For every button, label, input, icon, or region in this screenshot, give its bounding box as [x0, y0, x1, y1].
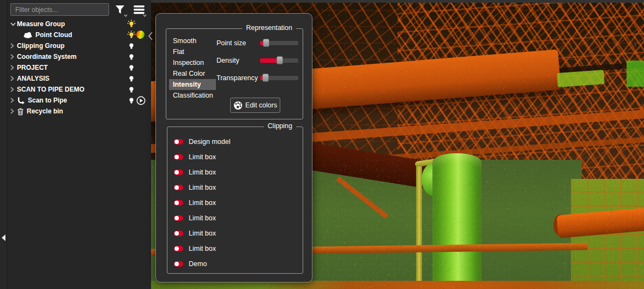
tree-item-coordinate-system[interactable]: Coordinate System [8, 51, 151, 62]
transparency-label: Transparency [216, 74, 258, 82]
chevron-collapsed-icon[interactable] [10, 98, 17, 103]
tree-item-point-cloud[interactable]: Point Cloud [8, 29, 151, 40]
limit-box-toggle[interactable] [174, 215, 183, 221]
chevron-collapsed-icon[interactable] [10, 109, 17, 114]
clip-label: Limit box [189, 245, 216, 252]
clip-label: Limit box [189, 153, 216, 161]
tree-item-analysis[interactable]: ANALYSIS [8, 73, 151, 84]
tree-item-scan-to-pipe[interactable]: Scan to Pipe [8, 95, 151, 106]
clip-row-limit-box: Limit box [174, 243, 216, 254]
cloud-icon [23, 32, 33, 38]
tree-item-label: Recycle bin [27, 107, 63, 115]
point-cloud-green-patch [627, 61, 644, 87]
tree-item-label: Point Cloud [35, 31, 72, 39]
density-slider-row: Density [216, 55, 298, 66]
tree-item-recycle-bin[interactable]: Recycle bin [8, 106, 151, 117]
filter-objects-input[interactable] [10, 3, 109, 16]
slider-fill [260, 58, 279, 63]
visibility-bulb-icon[interactable] [127, 52, 136, 63]
tree-item-label: Coordinate System [17, 53, 76, 61]
chevron-collapsed-icon[interactable] [10, 54, 17, 59]
visibility-bulb-icon[interactable] [127, 74, 136, 85]
slider-knob[interactable] [262, 74, 269, 82]
chevron-collapsed-icon[interactable] [10, 43, 17, 49]
visibility-bulb-on-icon[interactable] [127, 20, 136, 30]
limit-box-toggle[interactable] [174, 185, 183, 190]
clip-label: Limit box [189, 230, 216, 237]
point-size-slider-row: Point size [216, 38, 298, 49]
edit-colors-label: Edit colors [245, 101, 277, 109]
demo-toggle[interactable] [174, 261, 183, 267]
color-mode-swatch-icon[interactable] [136, 31, 145, 39]
mode-flat[interactable]: Flat [169, 46, 219, 57]
object-tree: Measure Group Point Cloud [8, 19, 151, 117]
trash-icon [17, 107, 24, 116]
collapse-sidebar-chevron-icon[interactable] [148, 32, 153, 43]
visibility-bulb-icon[interactable] [127, 85, 136, 95]
mode-intensity[interactable]: Intensity [169, 79, 216, 90]
tree-item-clipping-group[interactable]: Clipping Group [8, 40, 151, 51]
visibility-bulb-on-icon[interactable] [127, 31, 136, 41]
representation-title: Representation [242, 24, 296, 32]
tree-item-label: PROJECT [17, 64, 48, 71]
clip-label: Limit box [189, 214, 216, 222]
hamburger-icon [133, 4, 145, 15]
display-settings-panel: Representation Smooth Flat Inspection Re… [155, 13, 312, 282]
representation-groupbox: Representation Smooth Flat Inspection Re… [166, 28, 303, 119]
collapse-left-arrow-icon[interactable] [2, 234, 5, 241]
object-tree-sidebar: Measure Group Point Cloud [8, 0, 151, 289]
mode-inspection[interactable]: Inspection [169, 57, 219, 68]
clip-row-limit-box: Limit box [174, 152, 216, 162]
limit-box-toggle[interactable] [174, 200, 183, 206]
clip-row-demo: Demo [174, 258, 207, 269]
visibility-bulb-icon[interactable] [127, 96, 136, 106]
clip-row-limit-box: Limit box [174, 213, 216, 224]
density-slider[interactable] [260, 58, 298, 63]
tree-menu-button[interactable] [131, 2, 147, 17]
limit-box-toggle[interactable] [174, 170, 183, 175]
clip-row-limit-box: Limit box [174, 197, 216, 208]
mode-smooth[interactable]: Smooth [169, 35, 219, 46]
tree-item-label: SCAN TO PIPE DEMO [17, 86, 85, 93]
mode-real-color[interactable]: Real Color [169, 68, 219, 79]
clip-label: Limit box [189, 199, 216, 207]
visibility-bulb-icon[interactable] [127, 41, 136, 52]
clip-label: Limit box [189, 168, 216, 176]
viewport-top-strip [151, 0, 644, 3]
visibility-bulb-icon[interactable] [127, 63, 136, 74]
point-size-label: Point size [216, 39, 246, 47]
tree-item-label: ANALYSIS [17, 75, 50, 82]
point-size-slider[interactable] [260, 41, 298, 45]
clip-label: Demo [189, 260, 207, 268]
pipe-elbow-icon [17, 97, 25, 105]
clipping-groupbox: Clipping Design model Limit box Limit bo… [167, 127, 303, 274]
left-collapse-rail [0, 0, 7, 289]
clip-row-limit-box: Limit box [174, 228, 216, 239]
slider-knob[interactable] [263, 39, 269, 47]
tree-item-scan-to-pipe-demo[interactable]: SCAN TO PIPE DEMO [8, 84, 151, 95]
tree-item-label: Scan to Pipe [28, 97, 67, 104]
design-model-toggle[interactable] [174, 139, 183, 144]
play-circle-icon[interactable] [136, 96, 146, 107]
clip-row-limit-box: Limit box [174, 167, 216, 178]
filter-funnel-button[interactable] [112, 2, 128, 17]
limit-box-toggle[interactable] [174, 154, 183, 160]
edit-colors-button[interactable]: Edit colors [230, 98, 280, 113]
limit-box-toggle[interactable] [174, 231, 183, 236]
density-label: Density [216, 57, 239, 64]
clip-label: Limit box [189, 184, 216, 191]
tree-item-measure-group[interactable]: Measure Group [8, 19, 151, 29]
transparency-slider[interactable] [260, 76, 298, 80]
tree-item-project[interactable]: PROJECT [8, 62, 151, 73]
mode-classification[interactable]: Classification [169, 90, 219, 101]
slider-knob[interactable] [276, 56, 283, 64]
chevron-collapsed-icon[interactable] [10, 65, 17, 70]
point-cloud-thin-pipe [416, 164, 422, 289]
representation-mode-list: Smooth Flat Inspection Real Color Intens… [169, 35, 219, 101]
tree-item-label: Clipping Group [17, 42, 64, 50]
chevron-collapsed-icon[interactable] [10, 76, 17, 81]
limit-box-toggle[interactable] [174, 246, 183, 251]
transparency-slider-row: Transparency [216, 73, 298, 83]
chevron-collapsed-icon[interactable] [10, 87, 17, 92]
chevron-expanded-icon[interactable] [10, 22, 17, 26]
